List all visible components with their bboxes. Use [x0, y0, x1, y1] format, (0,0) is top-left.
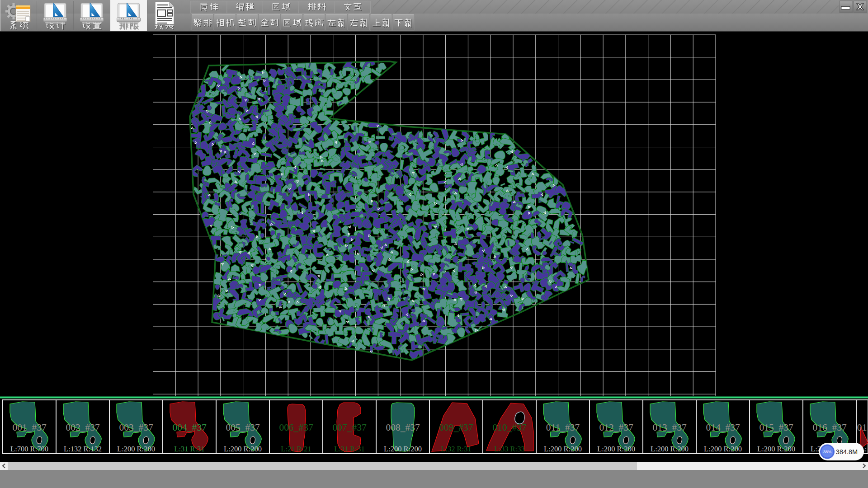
svg-text:003_#37: 003_#37	[119, 422, 153, 433]
svg-text:012_#37: 012_#37	[599, 422, 633, 433]
svg-text:011_#37: 011_#37	[546, 422, 580, 433]
svg-text:L:33 R:33: L:33 R:33	[494, 445, 524, 453]
svg-text:L:200 R:200: L:200 R:200	[224, 445, 262, 453]
svg-text:L:200 R:200: L:200 R:200	[597, 445, 635, 453]
svg-text:014_#37: 014_#37	[706, 422, 740, 433]
svg-text:013_#37: 013_#37	[652, 422, 687, 433]
svg-text:016_#37: 016_#37	[812, 422, 847, 433]
svg-text:L:31 R:31: L:31 R:31	[334, 445, 364, 453]
svg-text:L:200 R:200: L:200 R:200	[651, 445, 689, 453]
svg-text:009_#37: 009_#37	[439, 422, 473, 433]
svg-text:007_#37: 007_#37	[332, 422, 367, 433]
svg-text:384.8M: 384.8M	[836, 448, 858, 455]
svg-text:L:132 R:132: L:132 R:132	[64, 445, 102, 453]
svg-text:015_#37: 015_#37	[759, 422, 793, 433]
svg-text:001_#37: 001_#37	[12, 422, 47, 433]
svg-text:004_#37: 004_#37	[172, 422, 207, 433]
svg-text:L:21 R:21: L:21 R:21	[281, 445, 311, 453]
svg-text:L:31 R:31: L:31 R:31	[174, 445, 204, 453]
svg-text:010_#37: 010_#37	[492, 422, 527, 433]
svg-text:L:200 R:200: L:200 R:200	[544, 445, 582, 453]
svg-text:L:200 R:200: L:200 R:200	[384, 445, 422, 453]
svg-text:38%: 38%	[823, 450, 831, 454]
svg-text:008_#37: 008_#37	[386, 422, 420, 433]
svg-text:L:700 R:700: L:700 R:700	[10, 445, 48, 453]
svg-text:002_#37: 002_#37	[66, 422, 100, 433]
svg-text:005_#37: 005_#37	[226, 422, 260, 433]
svg-text:L:200 R:200: L:200 R:200	[757, 445, 795, 453]
svg-text:01: 01	[857, 422, 868, 433]
svg-text:L:32 R:31: L:32 R:31	[441, 445, 471, 453]
svg-text:L:200 R:200: L:200 R:200	[704, 445, 742, 453]
svg-text:L:200 R:200: L:200 R:200	[117, 445, 155, 453]
svg-text:006_#37: 006_#37	[279, 422, 313, 433]
